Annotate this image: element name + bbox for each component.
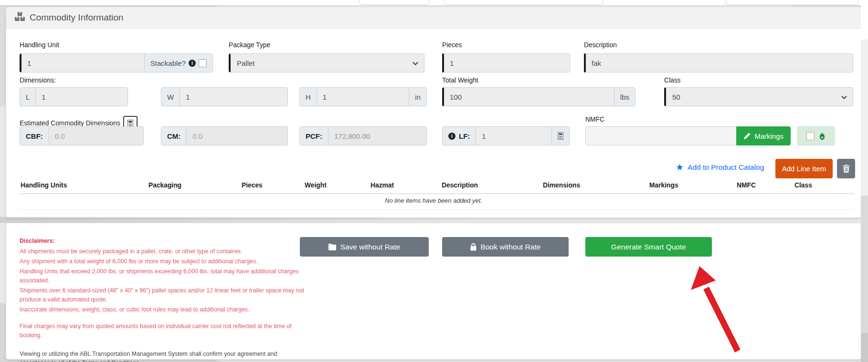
add-line-item-button[interactable]: Add Line Item xyxy=(775,159,833,178)
disclaimer-line: Handling Units that exceed 2,000 lbs. or… xyxy=(20,267,308,285)
add-to-product-catalog-link[interactable]: ★ Add to Product Catalog xyxy=(676,163,764,172)
table-column-header: Pieces xyxy=(242,182,263,189)
trash-icon xyxy=(843,165,850,173)
table-column-header: Markings xyxy=(649,182,678,189)
length-group: L xyxy=(20,87,128,106)
description-label: Description xyxy=(584,41,617,49)
handling-unit-input[interactable] xyxy=(20,53,145,72)
pcf-input xyxy=(328,126,427,145)
partial-input xyxy=(444,0,603,5)
nmfc-group: Markings xyxy=(585,126,791,145)
width-input[interactable] xyxy=(180,87,288,106)
cm-addon: CM: xyxy=(161,126,187,145)
right-scroll-strip xyxy=(861,0,868,362)
generate-smart-quote-label: Generate Smart Quote xyxy=(611,243,686,251)
table-column-header: Packaging xyxy=(148,182,181,189)
table-column-header: Hazmat xyxy=(370,182,394,189)
table-column-header: Handling Units xyxy=(21,182,67,189)
card-title: Commodity Information xyxy=(30,12,123,23)
width-addon: W xyxy=(161,87,180,106)
info-icon[interactable]: i xyxy=(448,133,455,140)
width-group: W xyxy=(161,87,288,106)
package-type-select[interactable]: Pallet xyxy=(229,53,424,72)
nmfc-input[interactable] xyxy=(585,126,737,145)
table-empty-state: No line items have been added yet. xyxy=(6,197,861,204)
cbf-addon: CBF: xyxy=(20,126,49,145)
class-label: Class xyxy=(664,77,681,84)
nmfc-label: NMFC xyxy=(585,116,604,123)
dimensions-label: Dimensions: xyxy=(20,77,56,84)
partial-input xyxy=(359,0,429,5)
pieces-label: Pieces xyxy=(442,41,462,49)
estimated-dimensions-text: Estimated Commodity Dimensions xyxy=(20,120,120,127)
class-select[interactable]: 50 xyxy=(664,87,853,106)
height-addon: H xyxy=(299,87,317,106)
lf-group: i LF: xyxy=(442,126,570,145)
handling-unit-label: Handling Unit xyxy=(20,41,59,49)
markings-button[interactable]: Markings xyxy=(736,126,791,145)
cm-input xyxy=(186,126,288,145)
generate-smart-quote-button[interactable]: Generate Smart Quote xyxy=(585,237,712,257)
lf-calculator-addon[interactable] xyxy=(551,126,570,145)
disclaimers-heading: Disclaimers: xyxy=(20,237,308,246)
total-weight-label: Total Weight xyxy=(442,77,478,84)
lf-input[interactable] xyxy=(476,126,552,145)
commodity-information-card: Commodity Information Handling Unit Pack… xyxy=(6,7,861,218)
book-without-rate-label: Book without Rate xyxy=(481,243,541,251)
stackable-checkbox[interactable] xyxy=(199,59,207,67)
hazmat-toggle-button[interactable] xyxy=(797,126,835,145)
agreement-text: Viewing or utilizing the ABL Transportat… xyxy=(20,350,296,362)
stackable-addon: Stackable? i xyxy=(144,53,213,72)
partial-input xyxy=(726,0,858,5)
disclaimer-final-note: Final charges may vary from quoted amoun… xyxy=(20,322,308,340)
cbf-group: CBF: xyxy=(20,126,144,145)
inches-unit-addon: in xyxy=(409,87,427,106)
handling-unit-group: Stackable? i xyxy=(20,53,213,72)
card-header: Commodity Information xyxy=(6,7,861,29)
chevron-down-icon xyxy=(841,94,847,102)
table-row-divider xyxy=(20,209,854,210)
class-value: 50 xyxy=(672,93,680,101)
lbs-unit-addon: lbs xyxy=(614,87,635,106)
calculator-icon xyxy=(558,132,563,140)
lf-addon: i LF: xyxy=(442,126,476,145)
package-type-label: Package Type xyxy=(229,41,270,49)
card-gap xyxy=(0,217,868,223)
table-column-header: Weight xyxy=(305,182,327,189)
save-without-rate-button[interactable]: Save without Rate xyxy=(300,237,429,257)
disclaimers-block: Disclaimers: All shipments must be secur… xyxy=(20,237,308,362)
table-header-divider xyxy=(20,193,854,194)
pallet-icon xyxy=(15,12,25,24)
book-without-rate-button[interactable]: Book without Rate xyxy=(442,237,569,257)
disclaimer-line: Any shipment with a total weight of 6,00… xyxy=(20,257,308,266)
cm-group: CM: xyxy=(161,126,288,145)
page: Commodity Information Handling Unit Pack… xyxy=(0,0,868,362)
hazmat-checkbox[interactable] xyxy=(806,132,815,140)
length-input[interactable] xyxy=(35,87,128,106)
folder-icon xyxy=(328,244,336,250)
lock-icon xyxy=(470,243,476,251)
disclaimer-line: Shipments over 6 standard-sized (48" x 4… xyxy=(20,286,308,304)
package-type-value: Pallet xyxy=(237,59,255,67)
cbf-input xyxy=(49,126,144,145)
star-icon: ★ xyxy=(676,163,684,172)
disclaimers-card: Disclaimers: All shipments must be secur… xyxy=(6,223,861,360)
table-column-header: Description xyxy=(442,182,478,189)
disclaimer-line: Inaccurate dimensions, weight, class, or… xyxy=(20,305,308,314)
add-to-product-catalog-label: Add to Product Catalog xyxy=(688,163,764,172)
height-input[interactable] xyxy=(317,87,409,106)
flame-icon xyxy=(818,132,826,140)
pcf-group: PCF: xyxy=(299,126,427,145)
description-input[interactable] xyxy=(584,53,853,72)
pencil-icon xyxy=(743,133,751,140)
pieces-group xyxy=(442,53,570,72)
save-without-rate-label: Save without Rate xyxy=(340,243,401,251)
disclaimer-line: All shipments must be securely packaged … xyxy=(20,247,308,256)
chevron-down-icon xyxy=(412,60,419,68)
delete-line-item-button[interactable] xyxy=(837,159,855,178)
total-weight-input[interactable] xyxy=(442,87,614,106)
height-group: H in xyxy=(299,87,427,106)
lf-label: LF: xyxy=(459,132,470,140)
pieces-input[interactable] xyxy=(442,53,570,72)
info-icon[interactable]: i xyxy=(189,60,196,67)
